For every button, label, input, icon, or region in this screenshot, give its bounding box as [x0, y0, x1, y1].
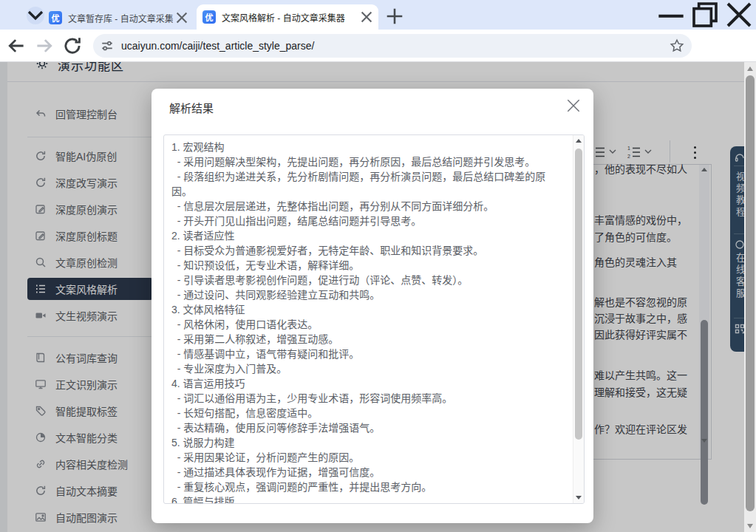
scrollbar-thumb[interactable]: [575, 149, 582, 440]
restore-button[interactable]: [688, 0, 722, 30]
browser-window: 优 文章暂存库 - 自动文章采集器-优 优 文案风格解析 - 自动文章采集器: [0, 0, 756, 532]
close-window-button[interactable]: [722, 0, 756, 30]
scroll-up-icon[interactable]: [576, 139, 582, 143]
site-settings-icon[interactable]: [101, 39, 114, 52]
scrollbar-thumb[interactable]: [746, 75, 755, 511]
tab-search-chevron-icon[interactable]: [27, 7, 44, 24]
tab-title: 文案风格解析 - 自动文章采集器: [222, 11, 358, 24]
window-controls: [654, 0, 756, 30]
site-favicon: 优: [49, 11, 62, 24]
dialog-close-icon[interactable]: [565, 98, 582, 114]
minimize-button[interactable]: [654, 0, 688, 30]
back-button[interactable]: [6, 35, 27, 56]
textarea-scrollbar[interactable]: [573, 135, 584, 503]
page-scrollbar[interactable]: [744, 62, 756, 532]
url-text[interactable]: ucaiyun.com/caiji/test_article_style_par…: [121, 40, 670, 52]
parse-result-dialog: 解析结果 1. 宏观结构 - 采用问题解决型架构，先提出问题，再分析原因，最后总…: [151, 89, 593, 523]
scroll-down-icon[interactable]: [747, 524, 753, 528]
dialog-title: 解析结果: [169, 100, 214, 115]
new-tab-button[interactable]: [386, 7, 403, 25]
tab-title: 文章暂存库 - 自动文章采集器-优: [68, 12, 173, 24]
tab-close-icon[interactable]: [361, 11, 372, 23]
url-bar[interactable]: ucaiyun.com/caiji/test_article_style_par…: [93, 34, 692, 58]
reload-button[interactable]: [62, 35, 83, 56]
scroll-up-icon[interactable]: [747, 66, 753, 71]
site-favicon: 优: [202, 10, 216, 24]
tab-article-store[interactable]: 优 文章暂存库 - 自动文章采集器-优: [43, 6, 194, 30]
browser-titlebar: 优 文章暂存库 - 自动文章采集器-优 优 文案风格解析 - 自动文章采集器: [0, 0, 756, 30]
bookmark-star-icon[interactable]: [670, 38, 684, 53]
tab-style-parse-active[interactable]: 优 文案风格解析 - 自动文章采集器: [197, 4, 378, 30]
parse-result-text: 1. 宏观结构 - 采用问题解决型架构，先提出问题，再分析原因，最后总结问题并引…: [164, 135, 563, 504]
tab-close-icon[interactable]: [176, 12, 188, 24]
forward-button[interactable]: [34, 35, 55, 56]
browser-toolbar: ucaiyun.com/caiji/test_article_style_par…: [0, 30, 756, 62]
scroll-down-icon[interactable]: [576, 496, 582, 499]
parse-result-textarea[interactable]: 1. 宏观结构 - 采用问题解决型架构，先提出问题，再分析原因，最后总结问题并引…: [163, 134, 585, 504]
